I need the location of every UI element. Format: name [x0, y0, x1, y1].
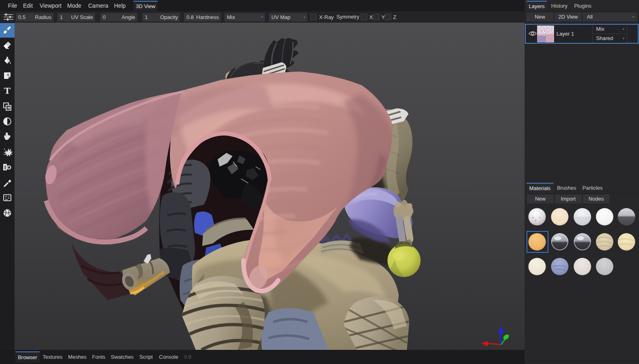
- svg-text:I: I: [4, 164, 6, 171]
- svg-text:T: T: [4, 85, 11, 96]
- svg-text:D: D: [7, 164, 11, 171]
